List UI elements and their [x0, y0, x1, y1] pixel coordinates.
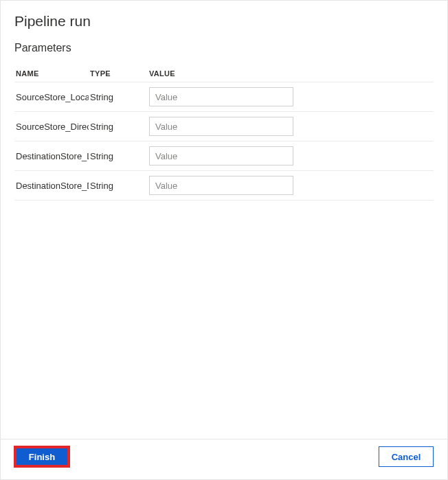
- table-header-row: NAME TYPE VALUE: [14, 64, 434, 82]
- table-row: SourceStore_Location String: [14, 82, 434, 112]
- param-type-cell: String: [89, 82, 148, 112]
- param-value-cell: [148, 112, 434, 141]
- param-name-cell: SourceStore_Directory: [14, 112, 89, 141]
- table-row: DestinationStore_Directory String: [14, 171, 434, 201]
- pipeline-run-dialog: Pipeline run Parameters NAME TYPE VALUE …: [1, 1, 447, 479]
- param-value-cell: [148, 82, 434, 112]
- param-value-input[interactable]: [149, 146, 293, 165]
- dialog-header: Pipeline run: [1, 1, 447, 34]
- parameters-table: NAME TYPE VALUE SourceStore_Location Str…: [14, 64, 434, 201]
- param-type-cell: String: [89, 112, 148, 141]
- param-value-cell: [148, 141, 434, 171]
- column-header-name: NAME: [14, 64, 89, 82]
- param-name-cell: DestinationStore_Location: [14, 141, 89, 171]
- table-row: SourceStore_Directory String: [14, 112, 434, 141]
- param-name-cell: SourceStore_Location: [14, 82, 89, 112]
- cancel-button[interactable]: Cancel: [379, 446, 434, 467]
- param-type-cell: String: [89, 171, 148, 201]
- param-value-input[interactable]: [149, 176, 293, 195]
- column-header-type: TYPE: [89, 64, 148, 82]
- param-type-cell: String: [89, 141, 148, 171]
- dialog-footer: Finish Cancel: [1, 439, 447, 479]
- param-value-cell: [148, 171, 434, 201]
- param-name-cell: DestinationStore_Directory: [14, 171, 89, 201]
- param-value-input[interactable]: [149, 117, 293, 136]
- dialog-title: Pipeline run: [14, 13, 434, 30]
- dialog-content: Parameters NAME TYPE VALUE SourceStore_L…: [1, 34, 447, 439]
- finish-button[interactable]: Finish: [14, 446, 69, 467]
- parameters-heading: Parameters: [14, 42, 434, 54]
- param-value-input[interactable]: [149, 87, 293, 106]
- table-row: DestinationStore_Location String: [14, 141, 434, 171]
- column-header-value: VALUE: [148, 64, 434, 82]
